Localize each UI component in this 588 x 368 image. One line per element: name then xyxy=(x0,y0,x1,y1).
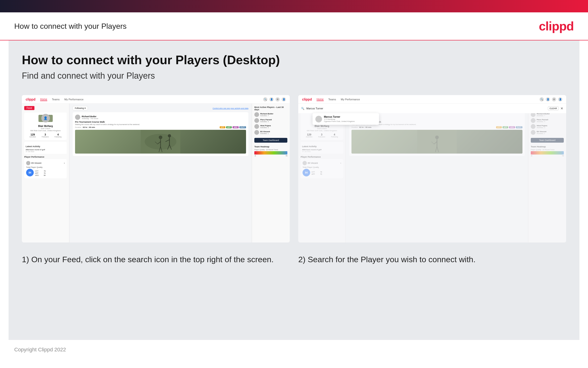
sr-avatar xyxy=(315,116,322,122)
ap-name-piers: Piers Parnell xyxy=(260,119,272,121)
nav-my-performance-2[interactable]: My Performance xyxy=(341,98,360,101)
app-nav-1: clippd Home Teams My Performance 🔍 👤 ⚙ 👤 xyxy=(22,95,290,104)
ap-name-hiral: Hiral Pujara xyxy=(260,125,271,127)
heatmap-numbers: -5 +5 xyxy=(254,155,287,157)
active-player-eli: Eli Vincent Activities: 1 xyxy=(254,130,287,135)
screenshots-row: clippd Home Teams My Performance 🔍 👤 ⚙ 👤… xyxy=(22,95,566,242)
app-frame-1: clippd Home Teams My Performance 🔍 👤 ⚙ 👤… xyxy=(22,95,290,242)
activity-desc: Walking the course with my coach to buil… xyxy=(75,124,246,125)
chevron-down-icon: ▾ xyxy=(85,107,86,109)
svg-point-14 xyxy=(435,136,439,139)
ap-activities-piers: Activities: 4 xyxy=(260,121,272,122)
nav-teams[interactable]: Teams xyxy=(52,98,60,101)
user-icon-2[interactable]: 👤 xyxy=(546,97,550,101)
tag-putt: PUTT xyxy=(239,126,246,128)
sr-club: Cypress Point Club, United Kingdom xyxy=(324,120,355,122)
search-input[interactable] xyxy=(306,107,546,110)
chevron-icon[interactable]: ▾ xyxy=(64,162,65,164)
main-page-title: How to connect with your Players (Deskto… xyxy=(22,53,566,67)
duration-label: Duration xyxy=(75,127,81,128)
screenshot-panel-2: clippd Home Teams My Performance 🔍 👤 ⚙ 👤 xyxy=(298,95,566,242)
player-perf-card-1: Eli Vincent ▾ Total Player Quality 84 OT… xyxy=(24,159,67,178)
nav-my-performance[interactable]: My Performance xyxy=(64,98,84,101)
app-body-1: Feed 👤 Blair McHarg Golf Coach Mill Ride… xyxy=(22,104,290,242)
ap-activities-hiral: Activities: 3 xyxy=(260,127,271,128)
quality-label: Total Player Quality xyxy=(26,166,65,168)
ap-avatar-piers xyxy=(254,118,259,123)
main-content: How to connect with your Players (Deskto… xyxy=(9,40,579,340)
activity-meta: Yesterday · The Grove xyxy=(82,118,98,119)
caption-1: 1) On your Feed, click on the search ico… xyxy=(22,254,290,265)
header: How to connect with your Players clippd xyxy=(0,12,588,40)
search-icon-2[interactable]: 🔍 xyxy=(540,97,544,101)
control-link[interactable]: Control who can see your activity and da… xyxy=(212,107,248,109)
screenshot-panel-1: clippd Home Teams My Performance 🔍 👤 ⚙ 👤… xyxy=(22,95,290,242)
latest-activity-date: 27 Jul 2022 xyxy=(26,151,65,152)
app-center-1: Following ▾ Control who can see your act… xyxy=(69,104,252,242)
nav-teams-2[interactable]: Teams xyxy=(328,98,336,101)
nav-home-2[interactable]: Home xyxy=(316,98,324,101)
activity-user: Richard Butler xyxy=(82,115,98,118)
team-dashboard-btn[interactable]: Team Dashboard xyxy=(254,138,287,143)
clear-button[interactable]: CLEAR xyxy=(548,107,559,110)
duration-val: 02 hr : 00 min xyxy=(83,126,95,128)
sr-name: Marcus Turner xyxy=(324,116,355,118)
profile-club: Mill Ride Golf Club, United Kingdom xyxy=(26,129,64,132)
avatar-icon-2[interactable]: 👤 xyxy=(558,97,562,101)
activity-image xyxy=(75,130,246,154)
player-avatar-sm xyxy=(26,161,30,165)
search-result-item[interactable]: Marcus Turner 1-5 Handicap Cypress Point… xyxy=(315,116,376,122)
tag-arg: ARG xyxy=(232,126,239,128)
tag-app: APP xyxy=(226,126,232,128)
nav-icons: 🔍 👤 ⚙ 👤 xyxy=(263,97,286,101)
following-row: Following ▾ Control who can see your act… xyxy=(73,106,248,110)
activity-title: Pre Tournament Course Walk xyxy=(75,121,246,123)
settings-icon[interactable]: ⚙ xyxy=(275,97,280,101)
ap-name-eli: Eli Vincent xyxy=(260,130,270,133)
search-result-dropdown: Marcus Turner 1-5 Handicap Cypress Point… xyxy=(313,113,379,125)
ap-activities-richard: Activities: 7 xyxy=(260,115,273,117)
tag-ott: OTT xyxy=(220,126,225,128)
sr-hcp: 1-5 Handicap xyxy=(324,118,355,120)
user-icon[interactable]: 👤 xyxy=(269,97,273,101)
active-player-hiral: Hiral Pujara Activities: 3 xyxy=(254,124,287,129)
heatmap-section: Team Heatmap Player Quality · 20 Round T… xyxy=(254,146,287,157)
nav-home[interactable]: Home xyxy=(40,98,47,101)
latest-activity-label: Latest Activity xyxy=(26,145,65,148)
avatar-icon[interactable]: 👤 xyxy=(282,97,286,101)
close-button[interactable]: ✕ xyxy=(561,107,563,110)
tag-pills: OTT APP ARG PUTT xyxy=(220,126,246,128)
app-logo-2: clippd xyxy=(302,97,312,101)
footer: Copyright Clippd 2022 xyxy=(0,340,588,359)
search-icon[interactable]: 🔍 xyxy=(263,97,267,101)
profile-card-1: 👤 Blair McHarg Golf Coach Mill Ride Golf… xyxy=(24,112,67,140)
heatmap-bar xyxy=(254,151,287,155)
bars-mini: OTT 79 APP 70 xyxy=(35,170,46,176)
main-page-subtitle: Find and connect with your Players xyxy=(22,71,566,81)
copyright-text: Copyright Clippd 2022 xyxy=(14,347,66,353)
settings-icon-2[interactable]: ⚙ xyxy=(552,97,556,101)
active-player-piers: Piers Parnell Activities: 4 xyxy=(254,118,287,123)
heatmap-title: Team Heatmap xyxy=(254,146,287,148)
active-player-richard: Richard Butler Activities: 7 xyxy=(254,112,287,117)
search-bar: 🔍 CLEAR ✕ xyxy=(298,104,566,113)
activity-card-1: Richard Butler Yesterday · The Grove Pre… xyxy=(73,112,248,156)
active-players-title: Most Active Players - Last 30 days xyxy=(254,106,287,111)
app-right-1: Most Active Players - Last 30 days Richa… xyxy=(252,104,290,242)
stat-activities: 129 Activities xyxy=(29,133,36,138)
stat-following: 4 Following xyxy=(54,133,61,138)
activity-header: Richard Butler Yesterday · The Grove xyxy=(75,115,246,120)
app-left-sidebar-1: Feed 👤 Blair McHarg Golf Coach Mill Ride… xyxy=(22,104,69,242)
app-frame-2: clippd Home Teams My Performance 🔍 👤 ⚙ 👤 xyxy=(298,95,566,242)
profile-role: Golf Coach xyxy=(26,128,64,129)
profile-name: Blair McHarg xyxy=(26,125,64,128)
player-select-1: Eli Vincent ▾ xyxy=(26,161,65,165)
heatmap-subtitle: Player Quality · 20 Round Trend xyxy=(254,149,287,150)
following-btn[interactable]: Following ▾ xyxy=(73,106,88,110)
ap-name-richard: Richard Butler xyxy=(260,113,273,115)
caption-2: 2) Search for the Player you wish to con… xyxy=(298,254,566,265)
bar-arg: ARG 84 xyxy=(35,175,46,176)
feed-tab[interactable]: Feed xyxy=(24,106,35,110)
ap-avatar-richard xyxy=(254,112,259,117)
bar-app: APP 70 xyxy=(35,172,46,174)
